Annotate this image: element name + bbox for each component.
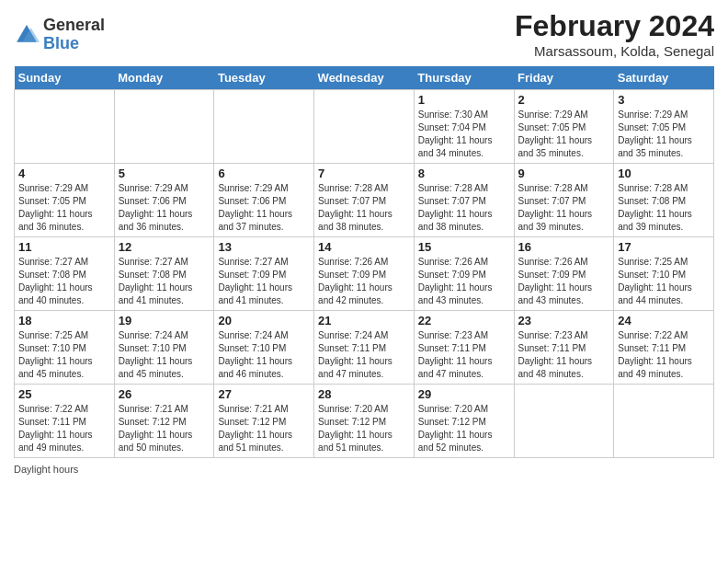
cell-info: Sunrise: 7:30 AM Sunset: 7:04 PM Dayligh… (418, 109, 510, 160)
cell-info: Sunrise: 7:22 AM Sunset: 7:11 PM Dayligh… (618, 329, 710, 381)
cell-day-number: 17 (618, 240, 710, 254)
cell-day-number: 8 (418, 167, 510, 180)
calendar-cell: 2Sunrise: 7:29 AM Sunset: 7:05 PM Daylig… (514, 90, 614, 164)
cell-day-number: 22 (418, 314, 510, 327)
calendar-cell: 29Sunrise: 7:20 AM Sunset: 7:12 PM Dayli… (414, 385, 514, 458)
logo: General Blue (14, 17, 105, 53)
calendar-cell: 16Sunrise: 7:26 AM Sunset: 7:09 PM Dayli… (514, 237, 614, 311)
cell-info: Sunrise: 7:26 AM Sunset: 7:09 PM Dayligh… (318, 256, 410, 307)
cell-info: Sunrise: 7:29 AM Sunset: 7:06 PM Dayligh… (119, 182, 210, 234)
calendar-cell: 26Sunrise: 7:21 AM Sunset: 7:12 PM Dayli… (114, 385, 214, 458)
cell-info: Sunrise: 7:29 AM Sunset: 7:06 PM Dayligh… (218, 182, 310, 234)
calendar-cell: 19Sunrise: 7:24 AM Sunset: 7:10 PM Dayli… (114, 311, 214, 385)
cell-info: Sunrise: 7:29 AM Sunset: 7:05 PM Dayligh… (18, 182, 110, 234)
cell-day-number: 10 (618, 167, 710, 180)
calendar-cell: 11Sunrise: 7:27 AM Sunset: 7:08 PM Dayli… (15, 237, 115, 311)
cell-info: Sunrise: 7:26 AM Sunset: 7:09 PM Dayligh… (518, 256, 610, 307)
calendar-cell: 6Sunrise: 7:29 AM Sunset: 7:06 PM Daylig… (214, 164, 314, 237)
page-header: General Blue February 2024 Marsassoum, K… (14, 9, 714, 59)
cell-day-number: 20 (218, 314, 310, 327)
cell-day-number: 23 (518, 314, 610, 327)
cell-info: Sunrise: 7:24 AM Sunset: 7:11 PM Dayligh… (318, 329, 410, 381)
calendar-cell: 5Sunrise: 7:29 AM Sunset: 7:06 PM Daylig… (114, 164, 214, 237)
cell-day-number: 28 (318, 387, 410, 401)
cell-day-number: 24 (618, 314, 710, 327)
cell-info: Sunrise: 7:23 AM Sunset: 7:11 PM Dayligh… (418, 329, 510, 381)
cell-info: Sunrise: 7:21 AM Sunset: 7:12 PM Dayligh… (119, 403, 210, 454)
cell-info: Sunrise: 7:23 AM Sunset: 7:11 PM Dayligh… (518, 329, 610, 381)
day-header-wednesday: Wednesday (314, 66, 415, 90)
cell-day-number: 14 (318, 240, 410, 254)
calendar-cell: 3Sunrise: 7:29 AM Sunset: 7:05 PM Daylig… (614, 90, 714, 164)
calendar-cell: 22Sunrise: 7:23 AM Sunset: 7:11 PM Dayli… (414, 311, 514, 385)
calendar-cell: 25Sunrise: 7:22 AM Sunset: 7:11 PM Dayli… (15, 385, 115, 458)
day-header-monday: Monday (114, 66, 214, 90)
logo-blue: Blue (43, 34, 79, 52)
day-header-sunday: Sunday (15, 66, 115, 90)
cell-day-number: 9 (518, 167, 610, 180)
calendar-cell (314, 90, 415, 164)
title-area: February 2024 Marsassoum, Kolda, Senegal (515, 9, 714, 59)
calendar-cell: 23Sunrise: 7:23 AM Sunset: 7:11 PM Dayli… (514, 311, 614, 385)
calendar-cell: 13Sunrise: 7:27 AM Sunset: 7:09 PM Dayli… (214, 237, 314, 311)
days-of-week-row: SundayMondayTuesdayWednesdayThursdayFrid… (15, 66, 714, 90)
calendar-cell: 28Sunrise: 7:20 AM Sunset: 7:12 PM Dayli… (314, 385, 415, 458)
cell-day-number: 13 (218, 240, 310, 254)
cell-day-number: 2 (518, 93, 610, 107)
cell-info: Sunrise: 7:24 AM Sunset: 7:10 PM Dayligh… (218, 329, 310, 381)
cell-info: Sunrise: 7:22 AM Sunset: 7:11 PM Dayligh… (18, 403, 110, 454)
cell-day-number: 15 (418, 240, 510, 254)
cell-info: Sunrise: 7:28 AM Sunset: 7:07 PM Dayligh… (518, 182, 610, 234)
cell-info: Sunrise: 7:27 AM Sunset: 7:08 PM Dayligh… (18, 256, 110, 307)
calendar-cell: 24Sunrise: 7:22 AM Sunset: 7:11 PM Dayli… (614, 311, 714, 385)
calendar-cell: 8Sunrise: 7:28 AM Sunset: 7:07 PM Daylig… (414, 164, 514, 237)
logo-text: General Blue (43, 17, 105, 53)
cell-info: Sunrise: 7:27 AM Sunset: 7:09 PM Dayligh… (218, 256, 310, 307)
daylight-label: Daylight hours (14, 464, 78, 475)
month-year-title: February 2024 (515, 9, 714, 43)
day-header-thursday: Thursday (414, 66, 514, 90)
day-header-tuesday: Tuesday (214, 66, 314, 90)
cell-day-number: 6 (218, 167, 310, 180)
cell-day-number: 11 (18, 240, 110, 254)
week-row-2: 4Sunrise: 7:29 AM Sunset: 7:05 PM Daylig… (15, 164, 714, 237)
footer: Daylight hours (14, 464, 714, 475)
week-row-1: 1Sunrise: 7:30 AM Sunset: 7:04 PM Daylig… (15, 90, 714, 164)
cell-info: Sunrise: 7:29 AM Sunset: 7:05 PM Dayligh… (518, 109, 610, 160)
cell-info: Sunrise: 7:24 AM Sunset: 7:10 PM Dayligh… (119, 329, 210, 381)
logo-general: General (43, 16, 105, 34)
calendar-cell: 17Sunrise: 7:25 AM Sunset: 7:10 PM Dayli… (614, 237, 714, 311)
cell-info: Sunrise: 7:25 AM Sunset: 7:10 PM Dayligh… (18, 329, 110, 381)
cell-day-number: 26 (119, 387, 210, 401)
calendar-cell: 20Sunrise: 7:24 AM Sunset: 7:10 PM Dayli… (214, 311, 314, 385)
day-header-saturday: Saturday (614, 66, 714, 90)
calendar-table: SundayMondayTuesdayWednesdayThursdayFrid… (14, 66, 714, 458)
cell-day-number: 25 (18, 387, 110, 401)
cell-info: Sunrise: 7:28 AM Sunset: 7:08 PM Dayligh… (618, 182, 710, 234)
cell-day-number: 12 (119, 240, 210, 254)
week-row-3: 11Sunrise: 7:27 AM Sunset: 7:08 PM Dayli… (15, 237, 714, 311)
cell-info: Sunrise: 7:20 AM Sunset: 7:12 PM Dayligh… (318, 403, 410, 454)
calendar-cell (514, 385, 614, 458)
calendar-cell: 14Sunrise: 7:26 AM Sunset: 7:09 PM Dayli… (314, 237, 415, 311)
cell-day-number: 16 (518, 240, 610, 254)
cell-info: Sunrise: 7:28 AM Sunset: 7:07 PM Dayligh… (318, 182, 410, 234)
logo-icon (14, 22, 40, 48)
calendar-cell: 12Sunrise: 7:27 AM Sunset: 7:08 PM Dayli… (114, 237, 214, 311)
calendar-cell: 21Sunrise: 7:24 AM Sunset: 7:11 PM Dayli… (314, 311, 415, 385)
cell-day-number: 21 (318, 314, 410, 327)
day-header-friday: Friday (514, 66, 614, 90)
cell-info: Sunrise: 7:20 AM Sunset: 7:12 PM Dayligh… (418, 403, 510, 454)
calendar-cell: 15Sunrise: 7:26 AM Sunset: 7:09 PM Dayli… (414, 237, 514, 311)
calendar-cell (614, 385, 714, 458)
cell-day-number: 18 (18, 314, 110, 327)
cell-info: Sunrise: 7:28 AM Sunset: 7:07 PM Dayligh… (418, 182, 510, 234)
location-subtitle: Marsassoum, Kolda, Senegal (515, 43, 714, 59)
calendar-cell: 7Sunrise: 7:28 AM Sunset: 7:07 PM Daylig… (314, 164, 415, 237)
calendar-cell (114, 90, 214, 164)
cell-day-number: 7 (318, 167, 410, 180)
cell-info: Sunrise: 7:26 AM Sunset: 7:09 PM Dayligh… (418, 256, 510, 307)
calendar-cell: 27Sunrise: 7:21 AM Sunset: 7:12 PM Dayli… (214, 385, 314, 458)
calendar-cell: 1Sunrise: 7:30 AM Sunset: 7:04 PM Daylig… (414, 90, 514, 164)
cell-info: Sunrise: 7:21 AM Sunset: 7:12 PM Dayligh… (218, 403, 310, 454)
